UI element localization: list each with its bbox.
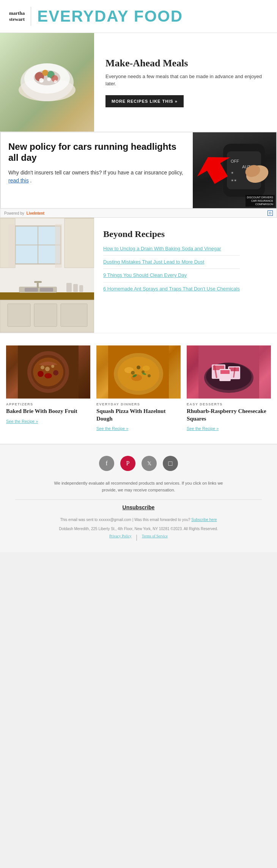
ad-footer: Powered by LiveIntent D: [0, 209, 277, 217]
recipe-link-2[interactable]: See the Recipe »: [187, 426, 219, 431]
twitter-icon[interactable]: 𝕏: [142, 456, 157, 471]
beyond-link-4[interactable]: 6 Homemade Ant Sprays and Traps That Don…: [103, 286, 240, 295]
liveintent-logo: LiveIntent: [27, 211, 44, 215]
recipe-link-1[interactable]: See the Recipe »: [96, 426, 128, 431]
svg-rect-30: [61, 304, 87, 326]
privacy-policy-link[interactable]: Privacy Policy: [109, 534, 132, 541]
recipe-image-cheesecake: [187, 345, 271, 399]
svg-point-48: [45, 367, 50, 371]
hero-title: Make-Ahead Meals: [105, 58, 266, 69]
svg-point-58: [131, 371, 135, 375]
beyond-kitchen-image: [0, 218, 94, 333]
svg-point-51: [44, 373, 52, 378]
svg-text:☀: ☀: [231, 171, 234, 175]
svg-point-7: [34, 70, 60, 85]
beyond-content: Beyond Recipes How to Unclog a Drain Wit…: [94, 218, 249, 333]
footer-disclaimer: We independently evaluate all recommende…: [47, 480, 230, 493]
recipe-card-1: EVERYDAY DINNERS Squash Pizza With Hazel…: [93, 342, 184, 435]
svg-rect-25: [65, 218, 94, 268]
beyond-link-1[interactable]: How to Unclog a Drain With Baking Soda a…: [103, 245, 240, 256]
recipe-image-pizza: [96, 345, 181, 399]
svg-rect-37: [73, 284, 78, 292]
martha-stewart-logo: martha stewart: [9, 10, 25, 22]
svg-point-50: [53, 370, 58, 375]
recipe-image-brie: [6, 345, 90, 399]
svg-rect-26: [0, 292, 94, 300]
svg-point-46: [41, 366, 44, 369]
beyond-links-list: How to Unclog a Drain With Baking Soda a…: [103, 245, 240, 295]
svg-rect-32: [25, 288, 38, 292]
recipe-category-2: EASY DESSERTS: [187, 402, 271, 406]
social-icons-row: f P 𝕏 □: [15, 456, 262, 471]
svg-rect-34: [37, 282, 39, 288]
svg-rect-29: [34, 304, 57, 326]
svg-rect-33: [40, 288, 53, 292]
ad-body: Why didn't insurers tell car owners this…: [8, 169, 185, 185]
recipe-card-2: EASY DESSERTS Rhubarb-Raspberry Cheeseca…: [184, 342, 274, 435]
svg-point-56: [142, 366, 150, 371]
hero-content: Make-Ahead Meals Everyone needs a few me…: [94, 33, 277, 132]
svg-point-54: [118, 357, 159, 391]
svg-text:OFF: OFF: [231, 159, 239, 163]
beyond-title: Beyond Recipes: [103, 229, 240, 239]
hero-description: Everyone needs a few meals that can be m…: [105, 73, 266, 88]
instagram-icon[interactable]: □: [163, 456, 178, 471]
svg-point-49: [38, 371, 44, 377]
ad-section: New policy for cars running headlights a…: [0, 132, 277, 218]
svg-rect-41: [0, 332, 94, 333]
unsubscribe-link[interactable]: Unsubscribe: [15, 504, 262, 510]
recipe-category-0: APPETIZERS: [6, 402, 90, 406]
hero-bowl-image: [0, 33, 94, 132]
footer-separator: [15, 499, 262, 500]
hero-section: Make-Ahead Meals Everyone needs a few me…: [0, 33, 277, 132]
terms-link[interactable]: Terms of Service: [142, 534, 168, 541]
header-divider: [31, 7, 31, 26]
svg-rect-40: [55, 224, 62, 268]
beyond-link-3[interactable]: 9 Things You Should Clean Every Day: [103, 272, 240, 282]
ad-image: OFF AUTO ☀ ☀☀ DISCOUNT DRIVERS CAR INSUR…: [193, 132, 276, 208]
footer-policy-links: Privacy Policy | Terms of Service: [15, 534, 262, 541]
ad-content-row: New policy for cars running headlights a…: [0, 132, 277, 209]
masthead-title: EVERYDAY FOOD: [37, 7, 183, 25]
svg-point-47: [51, 365, 54, 368]
recipe-name-2: Rhubarb-Raspberry Cheesecake Squares: [187, 408, 271, 422]
svg-rect-38: [79, 285, 83, 292]
footer-email-info: This email was sent to xxxxxx@gmail.com …: [15, 516, 262, 523]
facebook-icon[interactable]: f: [99, 456, 114, 471]
powered-by-label: Powered by: [4, 211, 24, 215]
recipe-category-1: EVERYDAY DINNERS: [96, 402, 181, 406]
ad-read-this-link[interactable]: read this: [8, 177, 29, 184]
svg-point-10: [54, 80, 57, 83]
svg-text:☀☀: ☀☀: [231, 179, 237, 182]
svg-rect-39: [8, 224, 14, 268]
svg-point-9: [47, 77, 51, 81]
recipe-name-0: Baked Brie With Boozy Fruit: [6, 408, 90, 415]
subscribe-here-link[interactable]: Subscribe here: [191, 518, 217, 522]
ad-image-inner: OFF AUTO ☀ ☀☀ DISCOUNT DRIVERS CAR INSUR…: [193, 132, 276, 208]
ad-text-area: New policy for cars running headlights a…: [1, 132, 193, 208]
header: martha stewart EVERYDAY FOOD: [0, 0, 277, 33]
pinterest-icon[interactable]: P: [120, 456, 135, 471]
beyond-link-2[interactable]: Dusting Mistakes That Just Lead to More …: [103, 259, 240, 269]
svg-rect-28: [8, 304, 30, 326]
ad-d-badge: D: [268, 210, 273, 216]
hero-image: [0, 33, 94, 132]
recipe-name-1: Squash Pizza With Hazelnut Dough: [96, 408, 181, 422]
svg-point-61: [148, 374, 151, 377]
svg-point-60: [137, 366, 140, 369]
recipe-cards-section: APPETIZERS Baked Brie With Boozy Fruit S…: [0, 333, 277, 444]
svg-rect-72: [220, 370, 230, 374]
recipe-card-0: APPETIZERS Baked Brie With Boozy Fruit S…: [3, 342, 93, 435]
svg-point-8: [39, 78, 44, 83]
more-recipes-button[interactable]: MORE RECIPES LIKE THIS »: [105, 95, 184, 107]
recipe-link-0[interactable]: See the Recipe »: [6, 419, 38, 424]
svg-rect-36: [66, 283, 72, 292]
beyond-section: Beyond Recipes How to Unclog a Drain Wit…: [0, 218, 277, 333]
ad-badge: DISCOUNT DRIVERS CAR INSURANCE COMPARISO…: [246, 195, 275, 207]
footer: f P 𝕏 □ We independently evaluate all re…: [0, 444, 277, 552]
footer-address: Dotdash Meredith, 225 Liberty St., 4th F…: [15, 526, 262, 532]
ad-headline: New policy for cars running headlights a…: [8, 141, 185, 163]
svg-rect-35: [34, 281, 42, 283]
